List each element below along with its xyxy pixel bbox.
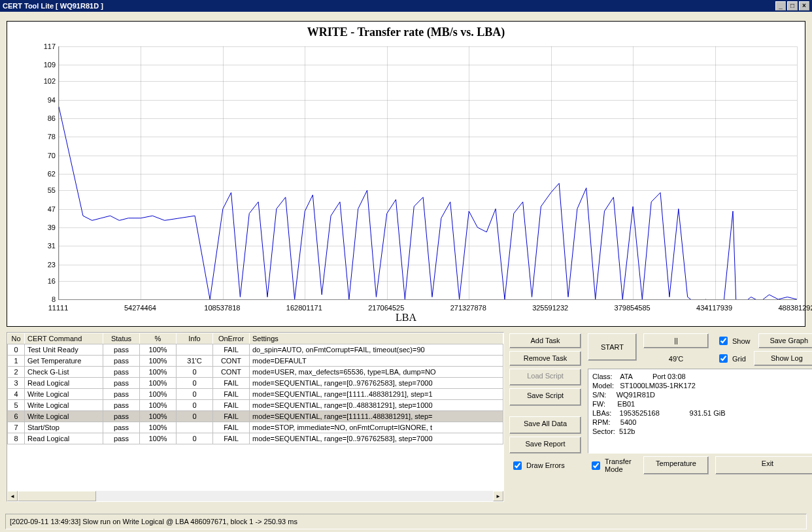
y-tick-label: 78: [40, 133, 56, 141]
scroll-right-button[interactable]: ►: [493, 491, 503, 501]
x-tick-label: 11111: [48, 304, 69, 312]
temperature-button[interactable]: Temperature: [643, 456, 709, 474]
y-tick-label: 62: [40, 170, 56, 178]
add-task-button[interactable]: Add Task: [509, 333, 581, 348]
x-tick-label: 325591232: [532, 304, 568, 312]
table-row[interactable]: 1Get Temperaturepass100%31'CCONTmode=DEF…: [8, 356, 503, 367]
draw-errors-checkbox[interactable]: Draw Errors: [509, 456, 581, 474]
window-minimize-button[interactable]: _: [775, 1, 786, 10]
window-title: CERT Tool Lite [ WQ91R81D ]: [3, 2, 103, 10]
transfer-mode-checkbox[interactable]: Transfer Mode: [588, 456, 637, 474]
drive-info-box: Class: ATA Port 03:08 Model: ST1000LM035…: [588, 369, 812, 454]
grid-checkbox[interactable]: Grid: [715, 351, 747, 366]
column-header[interactable]: OnError: [213, 333, 250, 344]
scroll-left-button[interactable]: ◄: [7, 491, 18, 501]
window-maximize-button[interactable]: □: [787, 1, 798, 10]
table-row[interactable]: 5Write Logicalpass100%0FAILmode=SEQUENTI…: [8, 400, 503, 411]
controls-panel: Add Task START || Show Save Graph Remove…: [508, 332, 805, 502]
status-bar: [2020-09-11 13:49:33] Slow run on Write …: [5, 514, 807, 529]
x-tick-label: 488381292: [778, 304, 812, 312]
x-tick-label: 162801171: [286, 304, 322, 312]
y-tick-label: 39: [40, 224, 56, 231]
y-tick-label: 86: [40, 114, 56, 122]
scroll-thumb[interactable]: [18, 491, 96, 501]
y-tick-label: 55: [40, 186, 56, 194]
task-table[interactable]: NoCERT CommandStatus%InfoOnErrorSettings…: [7, 332, 504, 502]
status-text: [2020-09-11 13:49:33] Slow run on Write …: [10, 518, 297, 525]
show-checkbox[interactable]: Show: [715, 333, 752, 348]
y-tick-label: 70: [40, 152, 56, 159]
save-report-button[interactable]: Save Report: [509, 437, 581, 454]
start-button[interactable]: START: [588, 333, 637, 361]
y-tick-label: 16: [40, 277, 56, 285]
window-close-button[interactable]: ×: [799, 1, 809, 10]
x-tick-label: 434117939: [696, 304, 732, 312]
table-row[interactable]: 6Write Logicalpass100%0FAILmode=SEQUENTI…: [8, 411, 503, 422]
y-tick-label: 23: [40, 261, 56, 269]
column-header[interactable]: Status: [103, 333, 140, 344]
table-row[interactable]: 8Read Logicalpass100%0FAILmode=SEQUENTIA…: [8, 433, 503, 444]
column-header[interactable]: Settings: [250, 333, 503, 344]
table-row[interactable]: 7Start/Stoppass100%FAILmode=STOP, immedi…: [8, 422, 503, 433]
window-titlebar: CERT Tool Lite [ WQ91R81D ] _ □ ×: [0, 0, 812, 12]
save-graph-button[interactable]: Save Graph: [758, 333, 812, 348]
table-row[interactable]: 0Test Unit Readypass100%FAILdo_spin=AUTO…: [8, 344, 503, 356]
x-tick-label: 379854585: [615, 304, 651, 312]
table-row[interactable]: 2Check G-Listpass100%0CONTmode=USER, max…: [8, 367, 503, 378]
show-log-button[interactable]: Show Log: [754, 351, 812, 366]
exit-button[interactable]: Exit: [715, 456, 812, 474]
x-tick-label: 54274464: [124, 304, 156, 312]
y-tick-label: 102: [40, 77, 56, 85]
column-header[interactable]: No: [8, 333, 25, 344]
y-tick-label: 47: [40, 205, 56, 213]
y-tick-label: 8: [40, 295, 56, 303]
y-tick-label: 117: [40, 42, 56, 50]
table-row[interactable]: 3Read Logicalpass100%0FAILmode=SEQUENTIA…: [8, 378, 503, 389]
remove-task-button[interactable]: Remove Task: [509, 351, 581, 366]
y-tick-label: 109: [40, 61, 56, 69]
load-script-button[interactable]: Load Script: [509, 369, 581, 386]
chart-plot-area[interactable]: [58, 46, 797, 300]
x-tick-label: 217064525: [368, 304, 404, 312]
column-header[interactable]: %: [140, 333, 177, 344]
save-all-data-button[interactable]: Save All Data: [509, 416, 581, 433]
table-row[interactable]: 4Write Logicalpass100%0FAILmode=SEQUENTI…: [8, 389, 503, 400]
column-header[interactable]: CERT Command: [25, 333, 103, 344]
y-tick-label: 94: [40, 96, 56, 104]
chart-title: WRITE - Transfer rate (MB/s vs. LBA): [7, 22, 805, 41]
chart-xlabel: LBA: [396, 312, 416, 324]
chart-panel: WRITE - Transfer rate (MB/s vs. LBA) LBA…: [7, 21, 805, 327]
x-tick-label: 271327878: [450, 304, 486, 312]
x-tick-label: 108537818: [204, 304, 240, 312]
save-script-button[interactable]: Save Script: [509, 388, 581, 405]
pause-button[interactable]: ||: [643, 333, 709, 348]
column-header[interactable]: Info: [177, 333, 213, 344]
table-horizontal-scrollbar[interactable]: ◄ ►: [7, 491, 503, 501]
y-tick-label: 31: [40, 242, 56, 250]
temperature-readout: 49'C: [643, 351, 709, 366]
